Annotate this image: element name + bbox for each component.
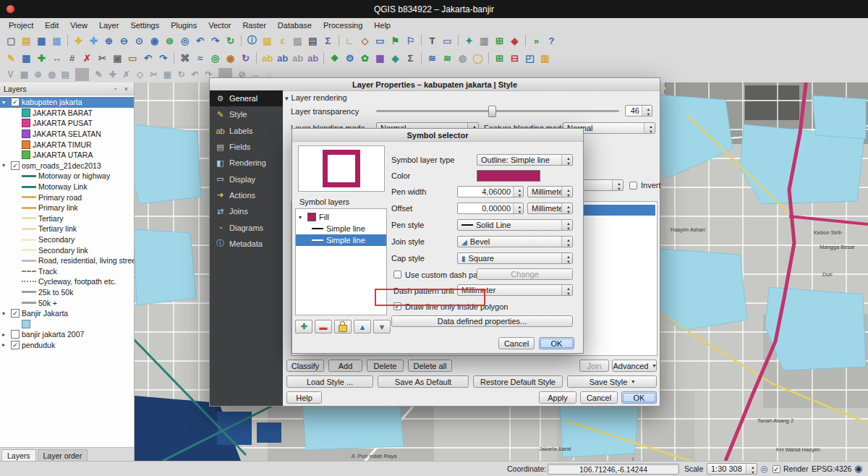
- change-dash-button[interactable]: Change: [477, 268, 573, 280]
- field-calculator-icon[interactable]: Σ: [320, 33, 336, 48]
- color-button[interactable]: [477, 170, 540, 182]
- layer-row[interactable]: Cycleway, footpath etc.: [0, 276, 134, 287]
- merge-features-icon[interactable]: ▣: [161, 68, 174, 81]
- style-manager-icon[interactable]: ◆: [507, 33, 522, 48]
- zoom-full-icon[interactable]: ◉: [147, 33, 162, 48]
- invert-checkbox[interactable]: [629, 182, 637, 190]
- ok-button[interactable]: OK: [621, 391, 657, 404]
- digitize-pencil-icon[interactable]: ✎: [92, 68, 106, 81]
- props-tab-style[interactable]: ✎ Style: [210, 106, 283, 122]
- pen-width-spinbox[interactable]: 4,06000: [457, 186, 524, 197]
- symbol-tree-row-fill[interactable]: ▾ Fill: [296, 211, 386, 223]
- lock-symbol-layer-button[interactable]: [334, 320, 352, 333]
- menu-edit[interactable]: Edit: [39, 18, 64, 32]
- add-vector-layer-icon[interactable]: V: [4, 68, 17, 81]
- menu-help[interactable]: Help: [368, 18, 396, 32]
- layer-banjir-jakarta[interactable]: ▾ Banjir Jakarta: [0, 308, 134, 319]
- identify-icon[interactable]: ⓘ: [244, 33, 260, 48]
- rotate-feature-icon[interactable]: ↻: [174, 68, 188, 81]
- layer-row[interactable]: Motorway or highway: [0, 171, 134, 182]
- undo-icon[interactable]: ↶: [140, 51, 156, 66]
- layer-row[interactable]: JAKARTA UTARA: [0, 150, 134, 161]
- processing-toolbox-icon[interactable]: ⚙: [342, 51, 357, 66]
- layer-row[interactable]: Track: [0, 266, 134, 277]
- zoom-next-icon[interactable]: ↷: [208, 33, 223, 48]
- pan-map-icon[interactable]: ✚: [71, 33, 86, 48]
- zoom-in-icon[interactable]: ⊕: [101, 33, 116, 48]
- add-class-button[interactable]: Add: [328, 360, 362, 372]
- layer-banjir-jakarta-2007[interactable]: ▸ banjir jakarta 2007: [0, 329, 134, 340]
- add-part-icon[interactable]: ✚: [106, 68, 119, 81]
- node-tool-icon[interactable]: #: [64, 51, 80, 66]
- advanced-button[interactable]: Advanced: [612, 360, 657, 372]
- menu-vector[interactable]: Vector: [203, 18, 237, 32]
- layer-properties-icon[interactable]: ◰: [522, 51, 537, 66]
- expand-arrow-icon[interactable]: ▾: [2, 99, 9, 106]
- move-feature-icon[interactable]: ↔: [49, 51, 64, 66]
- expand-arrow-icon[interactable]: ▸: [2, 331, 9, 338]
- layer-row[interactable]: Tertiary link: [0, 224, 134, 234]
- symbol-ok-button[interactable]: OK: [539, 337, 574, 349]
- props-tab-joins[interactable]: ⇄ Joins: [210, 203, 283, 219]
- add-feature-icon[interactable]: ✚: [34, 51, 49, 66]
- coordinate-field[interactable]: 106.71246,-6.14244: [548, 464, 679, 475]
- add-symbol-layer-button[interactable]: ✚: [295, 320, 312, 333]
- props-tab-metadata[interactable]: ⓘ Metadata: [210, 236, 283, 252]
- pen-style-select[interactable]: Solid Line: [457, 219, 573, 231]
- props-tab-rendering[interactable]: ◧ Rendering: [210, 155, 283, 171]
- add-ring-icon[interactable]: ◎: [208, 51, 223, 66]
- offset-spinbox[interactable]: 0,00000: [457, 203, 524, 214]
- scale-select[interactable]: 1:30 308: [707, 463, 757, 475]
- float-panel-icon[interactable]: ▫: [111, 85, 119, 93]
- measure-line-icon[interactable]: ∟: [342, 33, 357, 48]
- props-tab-actions[interactable]: ➔ Actions: [210, 187, 283, 203]
- label-move-icon[interactable]: ab: [290, 51, 305, 66]
- new-bookmark-icon[interactable]: ⚑: [388, 33, 403, 48]
- layer-row[interactable]: JAKARTA PUSAT: [0, 118, 134, 129]
- layer-row[interactable]: Primary link: [0, 203, 134, 213]
- layer-row[interactable]: Primary road: [0, 192, 134, 203]
- load-style-button[interactable]: Load Style ...: [286, 375, 373, 388]
- menu-raster[interactable]: Raster: [237, 18, 271, 32]
- pan-to-selection-icon[interactable]: ✚: [86, 33, 101, 48]
- deselect-all-icon[interactable]: ▧: [290, 33, 305, 48]
- layer-row[interactable]: Road, residential, living street, etc.: [0, 255, 134, 266]
- delete-class-button[interactable]: Delete: [367, 360, 404, 372]
- menu-project[interactable]: Project: [3, 18, 39, 32]
- remove-symbol-layer-button[interactable]: ▬: [315, 320, 332, 333]
- offset-curve-icon[interactable]: ↻: [238, 51, 253, 66]
- text-annotation-icon[interactable]: T: [425, 33, 440, 48]
- slider-handle[interactable]: [488, 106, 496, 117]
- data-defined-properties-button[interactable]: Data defined properties...: [391, 315, 573, 327]
- new-project-icon[interactable]: ▢: [4, 33, 19, 48]
- layer-osm-roads-21dec2013[interactable]: ▾ osm_roads_21dec2013: [0, 161, 134, 171]
- statistics-icon[interactable]: Σ: [403, 51, 418, 66]
- toggle-editing-icon[interactable]: ✎: [4, 51, 19, 66]
- fill-ring-icon[interactable]: ◉: [223, 51, 238, 66]
- expand-arrow-icon[interactable]: ▾: [299, 214, 305, 221]
- move-down-symbol-layer-button[interactable]: ▼: [373, 320, 391, 333]
- menu-processing[interactable]: Processing: [318, 18, 368, 32]
- offset-unit-select[interactable]: Millimeter: [527, 203, 573, 214]
- new-shapefile-icon[interactable]: ⊞: [492, 51, 507, 66]
- add-postgis-layer-icon[interactable]: ⊕: [31, 68, 45, 81]
- layer-row[interactable]: Tertiary: [0, 213, 134, 224]
- cut-features-icon[interactable]: ✂: [95, 51, 110, 66]
- save-project-as-icon[interactable]: ▦: [49, 33, 64, 48]
- georeferencer-icon[interactable]: ◈: [388, 51, 403, 66]
- label-rotate-icon[interactable]: ab: [305, 51, 320, 66]
- label-pin-icon[interactable]: ab: [275, 51, 290, 66]
- menu-plugins[interactable]: Plugins: [165, 18, 203, 32]
- props-tab-diagrams[interactable]: ◔ Diagrams: [210, 219, 283, 235]
- label-settings-icon[interactable]: ab: [260, 51, 275, 66]
- select-by-expression-icon[interactable]: ε: [275, 33, 290, 48]
- props-tab-fields[interactable]: ▤ Fields: [210, 139, 283, 155]
- magnifier-icon[interactable]: ◎: [760, 464, 767, 474]
- props-tab-labels[interactable]: ab Labels: [210, 123, 283, 139]
- join-style-select[interactable]: ◢Bevel: [457, 236, 573, 247]
- add-spatialite-layer-icon[interactable]: ◍: [45, 68, 59, 81]
- plugin-manager-icon[interactable]: ❖: [327, 51, 342, 66]
- cap-style-select[interactable]: ▮Square: [457, 252, 573, 264]
- raster-calculator-icon[interactable]: ▦: [373, 51, 388, 66]
- open-data-folder-icon[interactable]: ▥: [537, 51, 553, 66]
